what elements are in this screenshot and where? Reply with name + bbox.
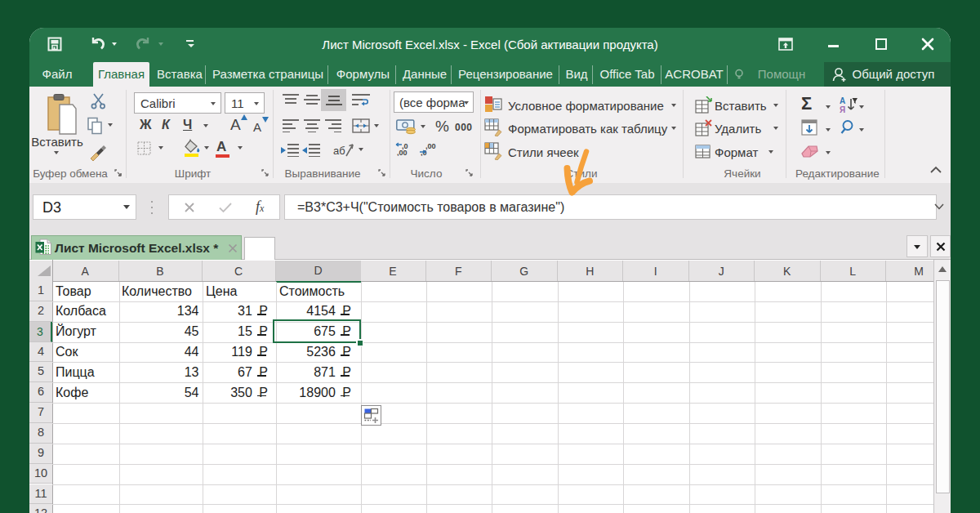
svg-text:,00: ,00 bbox=[397, 149, 408, 156]
svg-text:А: А bbox=[840, 96, 845, 105]
svg-text:,00: ,00 bbox=[425, 142, 436, 150]
svg-text:Я: Я bbox=[840, 105, 845, 114]
svg-text:аб: аб bbox=[333, 145, 345, 157]
